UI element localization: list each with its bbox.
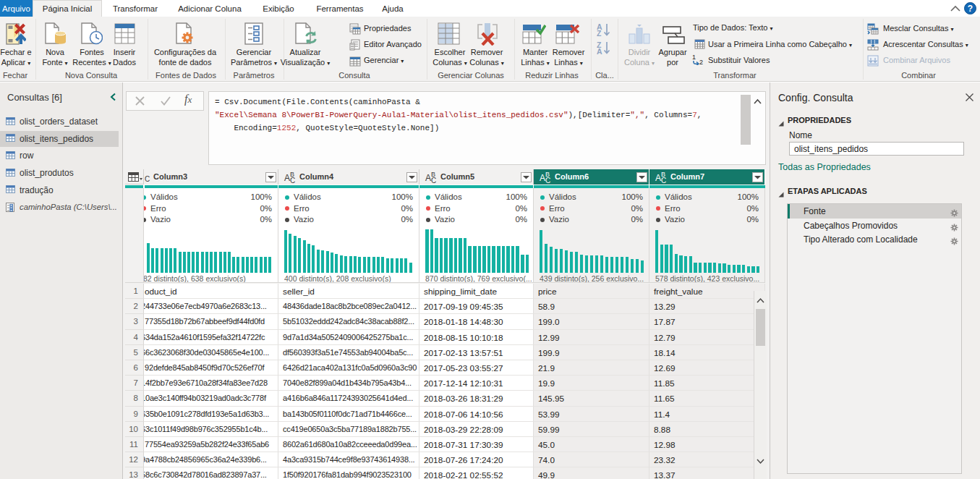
svg-text:1: 1 — [692, 54, 696, 61]
svg-text:Z: Z — [597, 29, 602, 38]
svg-text:2: 2 — [699, 59, 703, 65]
